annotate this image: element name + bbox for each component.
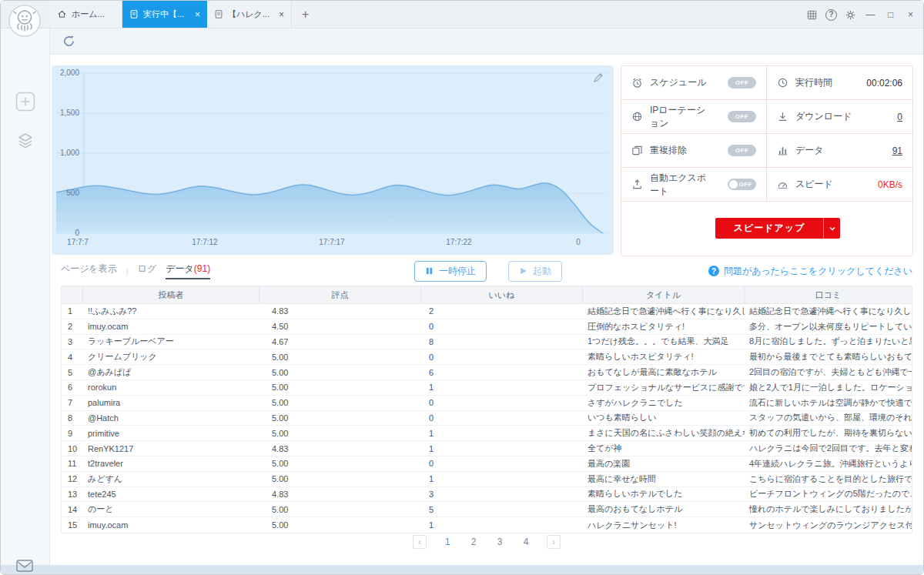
start-button[interactable]: 起動	[508, 261, 562, 282]
cell-rating: 5.00	[259, 472, 421, 486]
edit-pencil-icon[interactable]	[592, 72, 604, 84]
schedule-icon	[631, 77, 643, 89]
data-count-value[interactable]: 91	[892, 145, 902, 156]
table-row[interactable]: 9primitive5.001まさに天国の名にふさわしい笑顔の絶えない...初め…	[62, 426, 912, 441]
cell-no: 11	[62, 456, 83, 471]
cell-poster: t2traveler	[83, 456, 259, 471]
cell-likes: 1	[421, 380, 583, 395]
prev-page-icon[interactable]: ‹	[413, 535, 427, 549]
cell-review: 娘と2人で1月に一泊しました。ロケーション...	[745, 380, 912, 395]
schedule-toggle[interactable]: OFF	[728, 77, 756, 89]
runtime-clock-icon	[777, 77, 788, 89]
tab-log[interactable]: ログ	[138, 262, 157, 279]
download-row: ダウンロード 0	[767, 100, 912, 134]
tab-label: 実行中【...	[143, 8, 190, 20]
auto-export-toggle[interactable]: OFF	[728, 179, 756, 190]
cell-poster: primitive	[83, 426, 259, 440]
cell-likes: 1	[421, 426, 583, 440]
cell-review: スタッフの気遣いから、部屋、環境のそれぞ...	[745, 411, 912, 426]
download-value[interactable]: 0	[897, 112, 902, 122]
table-row[interactable]: 3ラッキーブルーベアー4.6781つだけ残念。。。でも結果、大満足8月に宿泊しま…	[62, 335, 912, 350]
gear-icon[interactable]	[844, 8, 857, 22]
cell-poster: palumira	[83, 396, 259, 410]
table-row[interactable]: 7palumira5.000さすがハレクラニでした流石に新しいホテルは空調が静か…	[62, 396, 912, 411]
cell-review: 多分、オープン以来何度もリピートしている...	[745, 319, 912, 334]
runtime-row: 実行時間 00:02:06	[767, 66, 912, 100]
cell-no: 10	[62, 441, 83, 456]
question-icon: ?	[708, 266, 719, 276]
app-window: ホーム... 実行中【... × 【ハレク... × + ?	[0, 0, 924, 575]
table-row[interactable]: 11t2traveler5.000最高の楽園4年連続ハレクラニ旅。沖縄旅行という…	[62, 456, 912, 472]
task-list-icon[interactable]	[1, 132, 50, 150]
minimize-icon[interactable]: —	[864, 8, 877, 22]
ip-rotation-label: IPローテーション	[650, 104, 714, 130]
cell-review: サンセットウィングのラウンジアクセス付き...	[745, 517, 912, 533]
cell-no: 15	[62, 517, 83, 533]
help-icon[interactable]: ?	[825, 9, 837, 21]
page-number[interactable]: 1	[442, 537, 453, 547]
cell-poster: ラッキーブルーベアー	[83, 335, 259, 349]
page-number[interactable]: 3	[494, 537, 505, 547]
cell-review: 最初から最後までとても素晴らしいおもてな...	[745, 349, 912, 364]
cell-title: 1つだけ残念。。。でも結果、大満足	[583, 335, 745, 349]
speedup-button[interactable]: スピードアップ	[715, 218, 823, 239]
new-tab-button[interactable]: +	[292, 1, 319, 28]
cell-likes: 6	[421, 365, 583, 379]
toolbar	[50, 28, 923, 55]
globe-icon	[631, 111, 643, 122]
table-row[interactable]: 13tete2454.833素晴らしいホテルでしたビーチフロントウィングの5階だ…	[62, 487, 912, 503]
table-row[interactable]: 14のーと5.005最高のおもてなしホテル憧れのホテルで楽しみにしておりましたが…	[62, 502, 912, 517]
table-row[interactable]: 12みどすん5.001最高に幸せな時間こちらに宿泊することを目的とした旅行でし.…	[62, 472, 912, 487]
table-row[interactable]: 5@あみぱぱ5.006おもてなしが最高に素敵なホテル2回目の宿泊ですが、夫婦とも…	[62, 365, 912, 380]
table-row[interactable]: 4クリームブリック5.000素晴らしいホスピタリティ!最初から最後までとても素晴…	[62, 349, 912, 365]
y-tick-label: 500	[55, 189, 79, 197]
cell-title: いつも素晴らしい	[583, 411, 745, 426]
table-row[interactable]: 8@Hatch5.000いつも素晴らしいスタッフの気遣いから、部屋、環境のそれぞ…	[62, 411, 912, 426]
runtime-value: 00:02:06	[866, 78, 902, 89]
page-number[interactable]: 2	[468, 537, 479, 547]
dedup-toggle[interactable]: OFF	[728, 145, 756, 156]
cell-title: 全てが神	[583, 441, 745, 456]
close-icon[interactable]: ×	[904, 8, 917, 22]
cell-no: 1	[62, 304, 83, 319]
cell-likes: 0	[421, 396, 583, 410]
table-row[interactable]: 2imuy.ocam4.500圧倒的なホスピタリティ!多分、オープン以来何度もリ…	[62, 319, 912, 335]
speed-value: 0KB/s	[878, 179, 902, 190]
table-row[interactable]: 10RenYK12174.831全てが神ハレクラニは今回で2回目です。去年と変わ…	[62, 441, 912, 456]
new-task-button[interactable]	[1, 92, 50, 112]
tab-data[interactable]: データ(91)	[166, 262, 210, 279]
close-icon[interactable]: ×	[195, 10, 200, 19]
cell-likes: 0	[421, 411, 583, 426]
page-number[interactable]: 4	[521, 537, 531, 547]
apps-grid-icon[interactable]	[805, 8, 819, 22]
table-row[interactable]: 6rorokun5.001プロフェッショナルなサービスに感謝です娘と2人で1月に…	[62, 380, 912, 396]
close-icon[interactable]: ×	[279, 10, 284, 19]
cell-rating: 5.00	[259, 517, 421, 533]
help-link[interactable]: ? 問題があったらここをクリックしてください	[708, 265, 912, 278]
ip-rotation-toggle[interactable]: OFF	[728, 111, 756, 122]
tab-home[interactable]: ホーム...	[50, 1, 122, 28]
col-header-index	[62, 286, 83, 303]
divider: |	[126, 266, 129, 276]
cell-review: 憧れのホテルで楽しみにしておりましたが、...	[745, 502, 912, 516]
table-row[interactable]: 1!!ふみふみ??4.832結婚記念日で急遽沖縄へ行く事になり久しぶ...結婚記…	[62, 304, 912, 319]
refresh-icon[interactable]	[60, 33, 77, 50]
cell-review: 流石に新しいホテルは空調が静かで快適でし...	[745, 396, 912, 410]
speedup-dropdown-button[interactable]	[823, 218, 840, 239]
mail-icon[interactable]	[16, 559, 35, 573]
tab-show-pages[interactable]: ページを表示	[61, 262, 117, 279]
pause-button[interactable]: 一時停止	[414, 261, 487, 282]
cell-likes: 1	[421, 472, 583, 486]
cell-poster: imuy.ocam	[83, 319, 259, 334]
table-row[interactable]: 15imuy.ocam5.001ハレクラニサンセット!サンセットウィングのラウン…	[62, 517, 912, 533]
cell-rating: 5.00	[259, 349, 421, 364]
next-page-icon[interactable]: ›	[547, 535, 561, 549]
cell-likes: 1	[421, 441, 583, 456]
tab-running-task[interactable]: 実行中【... ×	[122, 1, 207, 28]
bar-chart-icon	[777, 145, 788, 156]
cell-title: まさに天国の名にふさわしい笑顔の絶えない...	[583, 426, 745, 440]
tab-task[interactable]: 【ハレク... ×	[207, 1, 292, 28]
cell-no: 14	[62, 502, 83, 516]
maximize-icon[interactable]: □	[884, 8, 897, 22]
chart-svg	[52, 65, 614, 255]
